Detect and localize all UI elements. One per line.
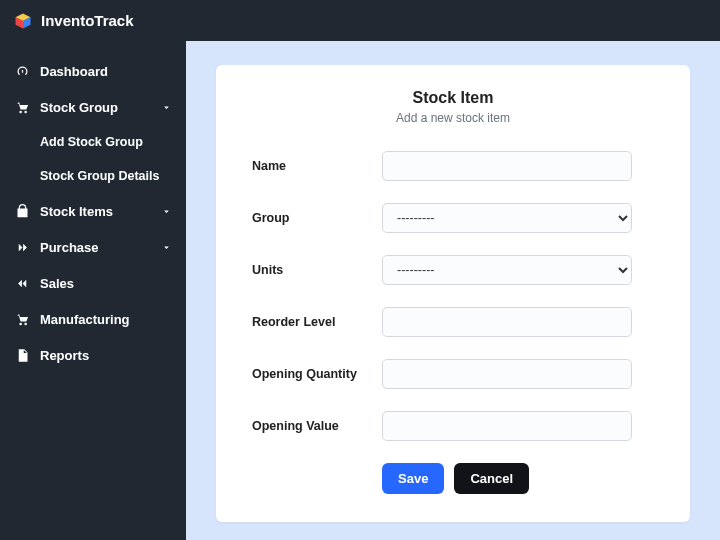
sidebar-subitem-label: Add Stock Group (40, 135, 143, 149)
cart-icon (14, 99, 30, 115)
gauge-icon (14, 63, 30, 79)
reorder-label: Reorder Level (252, 315, 382, 329)
sidebar-item-reports[interactable]: Reports (0, 337, 186, 373)
save-button[interactable]: Save (382, 463, 444, 494)
sidebar-item-manufacturing[interactable]: Manufacturing (0, 301, 186, 337)
sidebar-item-label: Dashboard (40, 64, 172, 79)
opening-value-input[interactable] (382, 411, 632, 441)
group-label: Group (252, 211, 382, 225)
opening-qty-label: Opening Quantity (252, 367, 382, 381)
chevron-down-icon (160, 241, 172, 253)
sidebar-item-label: Purchase (40, 240, 160, 255)
chevron-double-left-icon (14, 275, 30, 291)
sidebar-item-label: Reports (40, 348, 172, 363)
sidebar: Dashboard Stock Group Add Stock Group St… (0, 41, 186, 540)
form-row-units: Units --------- (252, 255, 654, 285)
sidebar-item-purchase[interactable]: Purchase (0, 229, 186, 265)
brand-name: InventoTrack (41, 12, 134, 29)
logo-cube-icon (14, 12, 32, 30)
sidebar-subitem-label: Stock Group Details (40, 169, 159, 183)
sidebar-item-stock-group[interactable]: Stock Group (0, 89, 186, 125)
form-row-opening-value: Opening Value (252, 411, 654, 441)
form-row-group: Group --------- (252, 203, 654, 233)
name-input[interactable] (382, 151, 632, 181)
chevron-down-icon (160, 101, 172, 113)
sidebar-subitem-add-stock-group[interactable]: Add Stock Group (0, 125, 186, 159)
sidebar-item-dashboard[interactable]: Dashboard (0, 53, 186, 89)
sidebar-item-sales[interactable]: Sales (0, 265, 186, 301)
document-icon (14, 347, 30, 363)
sidebar-item-label: Stock Items (40, 204, 160, 219)
cancel-button[interactable]: Cancel (454, 463, 529, 494)
form-row-reorder: Reorder Level (252, 307, 654, 337)
chevron-down-icon (160, 205, 172, 217)
form-row-opening-qty: Opening Quantity (252, 359, 654, 389)
opening-qty-input[interactable] (382, 359, 632, 389)
sidebar-item-stock-items[interactable]: Stock Items (0, 193, 186, 229)
units-label: Units (252, 263, 382, 277)
topbar: InventoTrack (0, 0, 720, 41)
chevron-double-right-icon (14, 239, 30, 255)
name-label: Name (252, 159, 382, 173)
form-row-name: Name (252, 151, 654, 181)
bag-icon (14, 203, 30, 219)
sidebar-subitem-stock-group-details[interactable]: Stock Group Details (0, 159, 186, 193)
cart-icon (14, 311, 30, 327)
page-subtitle: Add a new stock item (252, 111, 654, 125)
page-title: Stock Item (252, 89, 654, 107)
reorder-input[interactable] (382, 307, 632, 337)
sidebar-item-label: Stock Group (40, 100, 160, 115)
group-select[interactable]: --------- (382, 203, 632, 233)
main-content: Stock Item Add a new stock item Name Gro… (186, 41, 720, 540)
sidebar-item-label: Sales (40, 276, 172, 291)
units-select[interactable]: --------- (382, 255, 632, 285)
sidebar-item-label: Manufacturing (40, 312, 172, 327)
opening-value-label: Opening Value (252, 419, 382, 433)
form-card: Stock Item Add a new stock item Name Gro… (216, 65, 690, 522)
form-actions: Save Cancel (382, 463, 654, 494)
